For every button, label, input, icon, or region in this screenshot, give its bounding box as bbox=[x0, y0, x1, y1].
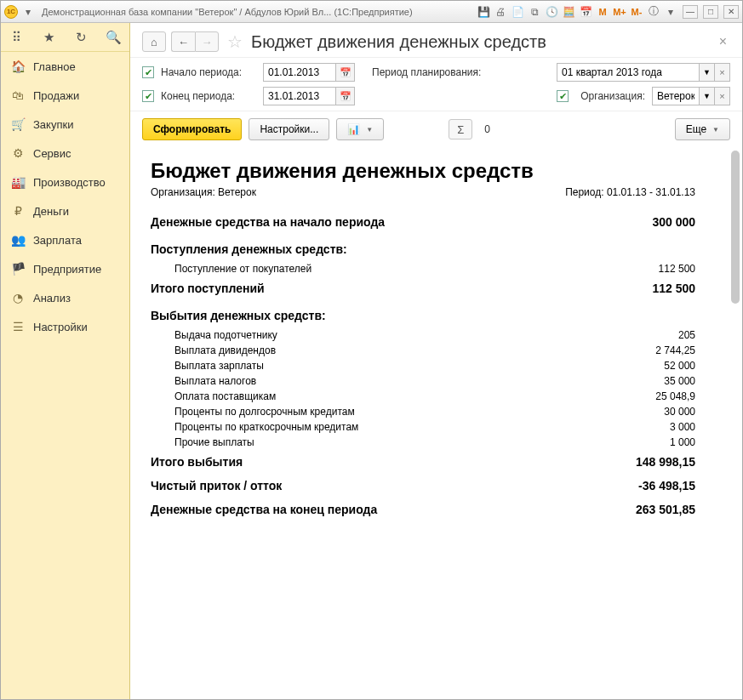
planning-period-clear-button[interactable]: × bbox=[715, 63, 730, 82]
generate-button[interactable]: Сформировать bbox=[142, 118, 242, 140]
organization-label: Организация: bbox=[580, 90, 645, 102]
sum-button[interactable]: Σ bbox=[449, 119, 472, 139]
titlebar-more-icon[interactable]: ▾ bbox=[664, 5, 677, 19]
sidebar-item-8[interactable]: ◔Анализ bbox=[1, 283, 129, 312]
sidebar-item-5[interactable]: ₽Деньги bbox=[1, 196, 129, 225]
sidebar-item-0[interactable]: 🏠Главное bbox=[1, 52, 129, 81]
sidebar-item-2[interactable]: 🛒Закупки bbox=[1, 110, 129, 139]
memory-mplus-button[interactable]: M+ bbox=[613, 5, 626, 19]
planning-period-dropdown-icon[interactable]: ▼ bbox=[700, 63, 715, 82]
page-title: Бюджет движения денежных средств bbox=[251, 32, 546, 52]
minimize-button[interactable]: — bbox=[683, 5, 698, 19]
inflow-row: Поступление от покупателей112 500 bbox=[151, 261, 695, 276]
sidebar-item-9[interactable]: ☰Настройки bbox=[1, 312, 129, 341]
save-variant-button[interactable]: 📊▼ bbox=[336, 118, 384, 140]
sidebar-item-label: Производство bbox=[33, 176, 106, 189]
start-period-checkbox[interactable]: ✔ bbox=[142, 66, 154, 78]
outflow-row: Оплата поставщикам25 048,9 bbox=[151, 389, 695, 404]
settings-button[interactable]: Настройки... bbox=[249, 118, 329, 140]
window-title: Демонстрационная база компании "Ветерок"… bbox=[42, 7, 413, 17]
print-icon[interactable]: 🖨 bbox=[494, 5, 507, 19]
sidebar-item-label: Закупки bbox=[33, 118, 73, 131]
sidebar-item-icon: 🏠 bbox=[11, 60, 25, 73]
sidebar-item-icon: 👥 bbox=[11, 233, 25, 247]
sidebar-item-7[interactable]: 🏴Предприятие bbox=[1, 254, 129, 283]
sidebar-item-label: Деньги bbox=[33, 205, 69, 218]
sidebar-item-icon: ₽ bbox=[11, 204, 25, 218]
sidebar-item-label: Зарплата bbox=[33, 234, 82, 247]
organization-input[interactable] bbox=[652, 87, 700, 105]
sidebar: ⠿ ★ ↻ 🔍 🏠Главное🛍Продажи🛒Закупки⚙Сервис🏭… bbox=[1, 23, 130, 699]
sidebar-toolbar: ⠿ ★ ↻ 🔍 bbox=[1, 23, 129, 52]
end-period-calendar-icon[interactable]: 📅 bbox=[336, 87, 355, 105]
forward-button[interactable]: → bbox=[195, 31, 219, 52]
titlebar: 1C ▾ Демонстрационная база компании "Вет… bbox=[1, 1, 742, 23]
scrollbar-thumb[interactable] bbox=[731, 151, 740, 304]
start-period-label: Начало периода: bbox=[161, 66, 256, 78]
sidebar-item-icon: 🏴 bbox=[11, 262, 25, 276]
compare-icon[interactable]: ⧉ bbox=[528, 5, 541, 19]
outflow-row: Выплата зарплаты52 000 bbox=[151, 358, 695, 373]
info-icon[interactable]: ⓘ bbox=[647, 5, 660, 19]
calculator-icon[interactable]: 🧮 bbox=[562, 5, 575, 19]
start-period-input[interactable] bbox=[263, 63, 336, 82]
organization-clear-button[interactable]: × bbox=[715, 87, 730, 105]
outflow-label: Прочие выплаты bbox=[174, 436, 254, 448]
sidebar-item-1[interactable]: 🛍Продажи bbox=[1, 81, 129, 110]
sidebar-item-icon: ☰ bbox=[11, 320, 25, 333]
main-area: ⌂ ← → ☆ Бюджет движения денежных средств… bbox=[130, 23, 742, 699]
begin-balance-value: 300 000 bbox=[593, 215, 695, 229]
close-page-button[interactable]: × bbox=[716, 34, 730, 49]
more-button[interactable]: Еще▼ bbox=[675, 118, 730, 140]
outflow-value: 52 000 bbox=[593, 360, 695, 372]
sidebar-item-3[interactable]: ⚙Сервис bbox=[1, 139, 129, 168]
save-icon[interactable]: 💾 bbox=[477, 5, 490, 19]
inflows-total-label: Итого поступлений bbox=[151, 282, 265, 295]
sidebar-item-icon: 🛒 bbox=[11, 117, 25, 131]
page-header: ⌂ ← → ☆ Бюджет движения денежных средств… bbox=[130, 23, 742, 58]
inflows-header: Поступления денежных средств: bbox=[151, 234, 695, 261]
report-scrollbar[interactable] bbox=[730, 151, 740, 696]
outflow-value: 3 000 bbox=[593, 421, 695, 433]
end-period-checkbox[interactable]: ✔ bbox=[142, 90, 154, 102]
outflows-total-value: 148 998,15 bbox=[593, 455, 695, 469]
favorite-star-icon[interactable]: ☆ bbox=[227, 31, 243, 52]
organization-dropdown-icon[interactable]: ▼ bbox=[700, 87, 715, 105]
history-icon[interactable]: ↻ bbox=[73, 30, 89, 45]
search-icon[interactable]: 🔍 bbox=[106, 30, 121, 45]
maximize-button[interactable]: □ bbox=[703, 5, 718, 19]
report-organization: Организация: Ветерок bbox=[151, 186, 256, 198]
titlebar-dropdown-icon[interactable]: ▾ bbox=[21, 5, 35, 19]
home-button[interactable]: ⌂ bbox=[142, 31, 166, 52]
outflow-value: 2 744,25 bbox=[593, 344, 695, 356]
outflow-value: 30 000 bbox=[593, 406, 695, 418]
inflow-label: Поступление от покупателей bbox=[174, 263, 311, 275]
end-period-label: Конец периода: bbox=[161, 90, 256, 102]
organization-checkbox[interactable]: ✔ bbox=[557, 90, 569, 102]
sidebar-item-label: Продажи bbox=[33, 89, 79, 102]
sidebar-item-label: Главное bbox=[33, 60, 76, 73]
memory-m-button[interactable]: M bbox=[596, 5, 609, 19]
outflow-label: Выдача подотчетнику bbox=[174, 329, 277, 341]
outflow-row: Выплата дивидендов2 744,25 bbox=[151, 343, 695, 358]
close-window-button[interactable]: ✕ bbox=[723, 5, 739, 19]
start-period-calendar-icon[interactable]: 📅 bbox=[336, 63, 355, 82]
planning-period-input[interactable] bbox=[557, 63, 700, 82]
sidebar-item-icon: ◔ bbox=[11, 291, 25, 304]
back-button[interactable]: ← bbox=[171, 31, 195, 52]
sidebar-item-6[interactable]: 👥Зарплата bbox=[1, 225, 129, 254]
sidebar-item-4[interactable]: 🏭Производство bbox=[1, 168, 129, 196]
outflow-value: 35 000 bbox=[593, 375, 695, 387]
outflow-row: Проценты по краткосрочным кредитам3 000 bbox=[151, 419, 695, 435]
outflow-value: 205 bbox=[593, 329, 695, 341]
calendar-icon[interactable]: 📅 bbox=[579, 5, 592, 19]
clock-icon[interactable]: 🕓 bbox=[545, 5, 558, 19]
sidebar-item-label: Предприятие bbox=[33, 263, 101, 276]
outflows-total-label: Итого выбытия bbox=[151, 455, 243, 469]
apps-icon[interactable]: ⠿ bbox=[9, 30, 25, 45]
sidebar-item-label: Настройки bbox=[33, 321, 88, 333]
favorites-icon[interactable]: ★ bbox=[42, 30, 57, 45]
memory-mminus-button[interactable]: M- bbox=[630, 5, 643, 19]
document-icon[interactable]: 📄 bbox=[511, 5, 524, 19]
end-period-input[interactable] bbox=[263, 87, 336, 105]
